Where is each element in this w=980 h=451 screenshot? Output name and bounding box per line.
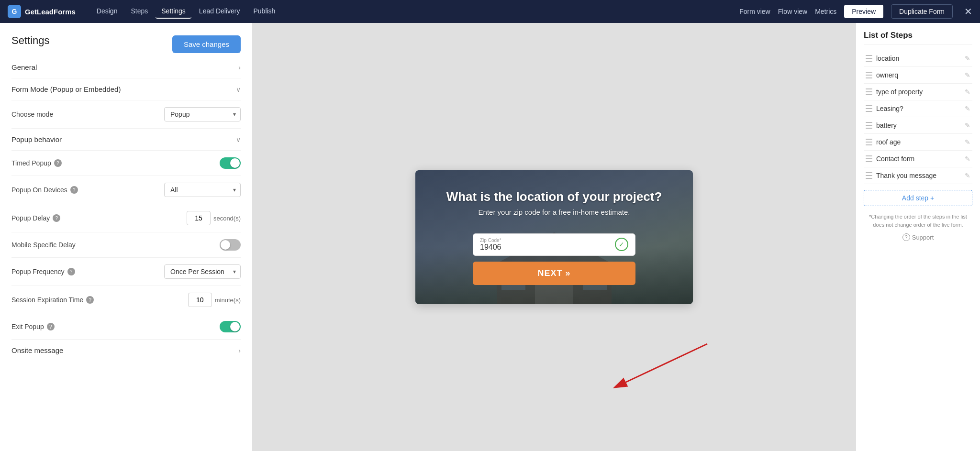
close-icon[interactable]: ✕ [964,6,972,17]
svg-line-6 [626,344,707,382]
nav-lead-delivery[interactable]: Lead Delivery [193,4,246,19]
exit-popup-toggle[interactable] [220,321,241,332]
edit-icon-thank-you[interactable]: ✎ [965,172,970,179]
form-mode-label: Form Mode (Popup or Embedded) [11,85,121,93]
logo-icon: G [8,5,21,18]
step-item-ownerq[interactable]: ownerq ✎ [864,67,972,84]
session-expiration-help-icon[interactable]: ? [86,296,94,304]
session-expiration-label: Session Expiration Time ? [11,296,94,304]
edit-icon-location[interactable]: ✎ [965,55,970,62]
nav-publish[interactable]: Publish [247,4,281,19]
nav-steps[interactable]: Steps [125,4,154,19]
popup-delay-help-icon[interactable]: ? [53,214,60,222]
preview-form-area: Zip Code* 19406 ✓ NEXT » [473,233,635,285]
step-name-ownerq: ownerq [876,71,961,79]
preview-question: What is the location of your project? [415,189,693,204]
timed-popup-toggle-wrap [220,157,241,169]
form-view-link[interactable]: Form view [739,8,770,15]
preview-button[interactable]: Preview [844,5,883,18]
form-mode-section[interactable]: Form Mode (Popup or Embedded) ∨ [11,78,241,100]
exit-popup-toggle-wrap [220,321,241,332]
support-icon: ? [902,233,910,241]
onsite-message-section[interactable]: Onsite message › [11,339,241,361]
popup-delay-input[interactable] [187,211,211,225]
step-item-roof-age[interactable]: roof age ✎ [864,134,972,151]
nav-right: Form view Flow view Metrics Preview Dupl… [739,4,972,19]
session-expiration-unit: minute(s) [215,297,241,304]
general-section[interactable]: General › [11,56,241,78]
edit-icon-battery[interactable]: ✎ [965,121,970,129]
mobile-specific-delay-toggle-knob [221,240,230,250]
drag-handle-leasing [866,105,872,112]
popup-behavior-chevron-icon: ∨ [236,136,241,143]
nav-settings[interactable]: Settings [156,4,191,19]
flow-view-link[interactable]: Flow view [778,8,807,15]
popup-frequency-select-wrap: Once Per Session Every Visit Once Per Da… [164,264,241,279]
mobile-specific-delay-toggle-wrap [220,239,241,251]
step-name-type-of-property: type of property [876,88,961,96]
popup-frequency-label: Popup Frequency ? [11,268,75,275]
nav-design[interactable]: Design [91,4,123,19]
zip-input-display[interactable]: Zip Code* 19406 ✓ [473,233,635,256]
popup-behavior-section[interactable]: Popup behavior ∨ [11,128,241,150]
edit-icon-ownerq[interactable]: ✎ [965,71,970,79]
step-item-type-of-property[interactable]: type of property ✎ [864,84,972,100]
drag-handle-thank-you [866,172,872,179]
step-item-leasing[interactable]: Leasing? ✎ [864,100,972,117]
steps-panel: List of Steps location ✎ ownerq ✎ [856,23,980,451]
drag-handle-battery [866,122,872,129]
logo[interactable]: G GetLeadForms [8,5,76,18]
session-expiration-input[interactable] [188,293,212,307]
arrow-annotation [612,334,717,394]
session-expiration-group: Session Expiration Time ? minute(s) [11,286,241,314]
form-mode-chevron-icon: ∨ [236,86,241,93]
duplicate-form-button[interactable]: Duplicate Form [891,4,953,19]
mobile-specific-delay-label: Mobile Specific Delay [11,241,76,249]
metrics-link[interactable]: Metrics [815,8,836,15]
zip-check-icon: ✓ [615,238,628,251]
add-step-button[interactable]: Add step + [864,190,972,206]
popup-behavior-label: Popup behavior [11,135,62,143]
steps-list: location ✎ ownerq ✎ type of property ✎ [864,50,972,184]
drag-handle-location [866,55,872,62]
mobile-specific-delay-toggle[interactable] [220,239,241,251]
edit-icon-contact-form[interactable]: ✎ [965,155,970,163]
step-item-battery[interactable]: battery ✎ [864,117,972,134]
exit-popup-help-icon[interactable]: ? [47,323,55,330]
step-name-roof-age: roof age [876,138,961,146]
popup-on-devices-group: Popup On Devices ? All Desktop Mobile ▾ [11,176,241,204]
steps-title: List of Steps [864,31,972,44]
step-item-location[interactable]: location ✎ [864,50,972,67]
choose-mode-select[interactable]: Popup Embedded Inline [164,107,241,121]
arrow-svg [612,334,717,392]
edit-icon-leasing[interactable]: ✎ [965,105,970,112]
step-item-thank-you[interactable]: Thank you message ✎ [864,167,972,184]
nav-links: Design Steps Settings Lead Delivery Publ… [91,4,281,19]
choose-mode-select-wrap: Popup Embedded Inline ▾ [164,107,241,121]
preview-header-text: What is the location of your project? En… [415,189,693,216]
save-changes-button[interactable]: Save changes [172,35,241,53]
step-item-contact-form[interactable]: Contact form ✎ [864,151,972,167]
popup-frequency-help-icon[interactable]: ? [67,268,75,275]
timed-popup-help-icon[interactable]: ? [54,159,62,167]
edit-icon-type-of-property[interactable]: ✎ [965,88,970,96]
timed-popup-toggle[interactable] [220,157,241,169]
step-name-battery: battery [876,121,961,129]
preview-next-button[interactable]: NEXT » [473,262,635,285]
popup-on-devices-help-icon[interactable]: ? [70,186,78,194]
popup-frequency-group: Popup Frequency ? Once Per Session Every… [11,257,241,286]
onsite-message-label: Onsite message [11,346,63,354]
popup-delay-input-wrap: second(s) [187,211,241,225]
popup-on-devices-label: Popup On Devices ? [11,186,78,194]
mobile-specific-delay-group: Mobile Specific Delay [11,232,241,257]
support-link[interactable]: ? Support [864,233,972,241]
popup-frequency-select[interactable]: Once Per Session Every Visit Once Per Da… [164,264,241,279]
form-preview-card: What is the location of your project? En… [415,170,693,304]
exit-popup-group: Exit Popup ? [11,314,241,339]
edit-icon-roof-age[interactable]: ✎ [965,138,970,146]
onsite-message-chevron-icon: › [238,347,241,354]
popup-on-devices-select[interactable]: All Desktop Mobile [164,183,241,197]
logo-text: GetLeadForms [25,8,76,16]
drag-handle-type-of-property [866,88,872,95]
top-navigation: G GetLeadForms Design Steps Settings Lea… [0,0,980,23]
